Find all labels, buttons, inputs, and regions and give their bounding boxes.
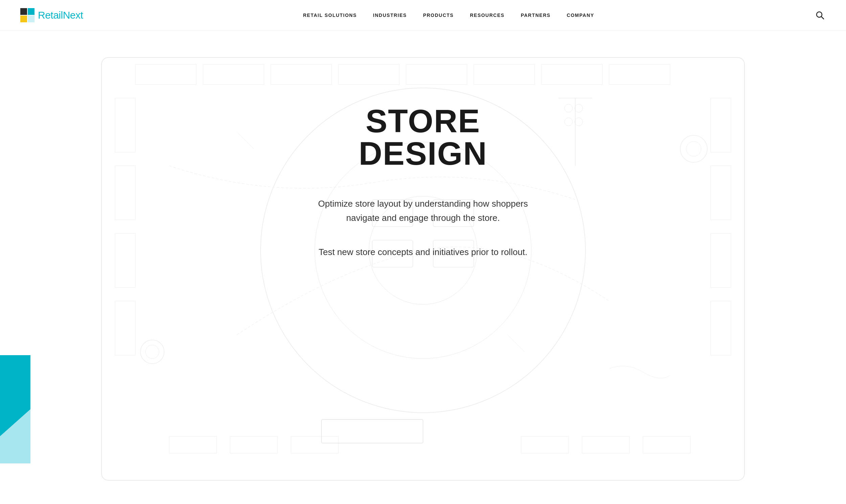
- hero-description-1: Optimize store layout by understanding h…: [304, 197, 542, 225]
- svg-point-38: [680, 135, 707, 162]
- svg-rect-15: [474, 64, 535, 85]
- nav-company[interactable]: COMPANY: [567, 13, 594, 18]
- svg-rect-10: [135, 64, 196, 85]
- logo-next: Next: [63, 10, 83, 21]
- svg-rect-2: [20, 16, 27, 22]
- svg-line-48: [508, 335, 525, 352]
- nav-retail-solutions[interactable]: RETAIL SOLUTIONS: [303, 13, 357, 18]
- main-nav: RETAIL SOLUTIONS INDUSTRIES PRODUCTS RES…: [303, 13, 594, 18]
- svg-rect-46: [321, 419, 423, 443]
- svg-rect-45: [643, 436, 690, 453]
- logo-icon: [20, 8, 35, 22]
- svg-rect-43: [521, 436, 568, 453]
- svg-point-36: [140, 340, 164, 364]
- svg-point-35: [575, 118, 583, 126]
- logo[interactable]: RetailNext: [20, 8, 83, 22]
- hero-description-2: Test new store concepts and initiatives …: [304, 245, 542, 259]
- svg-rect-19: [711, 166, 731, 220]
- hero-section: STORE DESIGN Optimize store layout by un…: [0, 31, 846, 504]
- logo-retail: Retail: [38, 10, 63, 21]
- svg-point-39: [686, 141, 701, 156]
- nav-partners[interactable]: PARTNERS: [521, 13, 550, 18]
- svg-rect-20: [711, 233, 731, 288]
- corner-decoration: [0, 355, 31, 463]
- svg-rect-42: [291, 436, 338, 453]
- svg-point-32: [564, 104, 572, 112]
- nav-products[interactable]: PRODUCTS: [423, 13, 454, 18]
- svg-rect-21: [711, 301, 731, 355]
- hero-content: STORE DESIGN Optimize store layout by un…: [291, 105, 555, 259]
- svg-rect-18: [711, 98, 731, 152]
- svg-rect-11: [203, 64, 264, 85]
- svg-line-5: [821, 17, 824, 19]
- svg-rect-17: [609, 64, 670, 85]
- svg-point-34: [564, 118, 572, 126]
- svg-rect-14: [406, 64, 467, 85]
- svg-rect-22: [115, 98, 135, 152]
- svg-point-37: [145, 345, 159, 359]
- site-header: RetailNext RETAIL SOLUTIONS INDUSTRIES P…: [0, 0, 846, 31]
- svg-rect-13: [338, 64, 399, 85]
- svg-rect-12: [271, 64, 332, 85]
- search-icon: [815, 11, 824, 20]
- svg-rect-40: [169, 436, 216, 453]
- svg-rect-25: [115, 301, 135, 355]
- svg-rect-24: [115, 233, 135, 288]
- svg-rect-0: [20, 8, 27, 15]
- svg-line-47: [237, 132, 254, 149]
- hero-title: STORE DESIGN: [304, 105, 542, 170]
- background-sketch: [0, 31, 846, 504]
- svg-rect-41: [230, 436, 278, 453]
- svg-point-33: [575, 104, 583, 112]
- svg-rect-1: [28, 8, 35, 15]
- logo-text: RetailNext: [38, 10, 83, 21]
- svg-rect-23: [115, 166, 135, 220]
- svg-rect-44: [582, 436, 630, 453]
- svg-rect-3: [28, 16, 35, 22]
- svg-rect-16: [542, 64, 602, 85]
- nav-resources[interactable]: RESOURCES: [470, 13, 505, 18]
- search-button[interactable]: [814, 10, 826, 21]
- nav-industries[interactable]: INDUSTRIES: [373, 13, 407, 18]
